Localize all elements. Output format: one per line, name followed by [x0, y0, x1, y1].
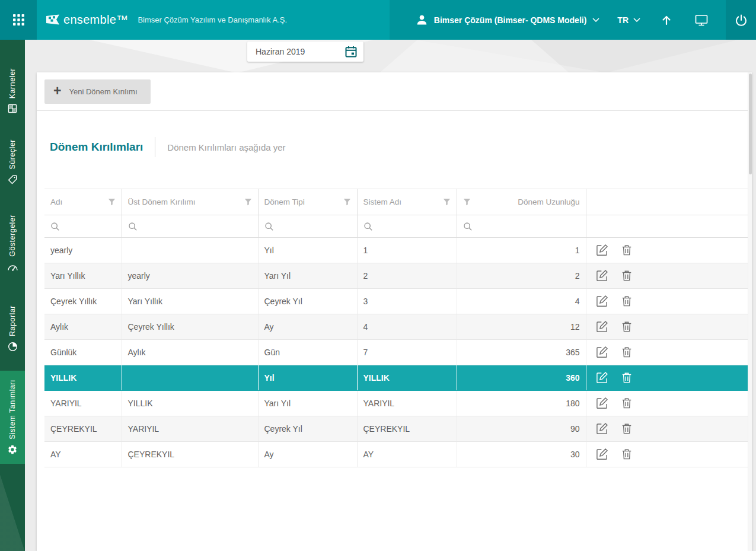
table-row[interactable]: Yarı Yıllık yearly Yarı Yıl 2 2	[44, 263, 748, 289]
trash-icon	[621, 320, 633, 333]
vertical-scrollbar[interactable]	[748, 72, 752, 551]
brand-name: ensemble™	[63, 13, 128, 27]
search-input-donem-tipi[interactable]	[279, 222, 351, 231]
filter-icon[interactable]	[108, 198, 116, 206]
sidebar-item-surecler[interactable]: Süreçler	[0, 139, 25, 184]
cell-ust-donem-kirilimi: YARIYIL	[122, 416, 258, 442]
cell-ust-donem-kirilimi: Çeyrek Yıllık	[122, 314, 258, 340]
filter-icon[interactable]	[443, 198, 451, 206]
edit-button[interactable]	[595, 268, 610, 283]
table-row[interactable]: Günlük Aylık Gün 7 365	[44, 340, 748, 365]
cell-donem-uzunlugu: 90	[457, 416, 586, 442]
table-row[interactable]: Çeyrek Yıllık Yarı Yıllık Çeyrek Yıl 3 4	[44, 289, 748, 314]
edit-button[interactable]	[595, 319, 610, 334]
column-header-sistem-adi[interactable]: Sistem Adı	[357, 189, 457, 215]
apps-menu-button[interactable]	[0, 0, 37, 40]
edit-button[interactable]	[595, 421, 610, 436]
delete-button[interactable]	[620, 370, 634, 385]
sidebar-item-raporlar[interactable]: Raporlar	[0, 305, 25, 352]
search-input-sistem-adi[interactable]	[378, 222, 451, 231]
topbar: ensemble™ Bimser Çözüm Yazılım ve Danışm…	[0, 0, 756, 40]
delete-button[interactable]	[620, 396, 634, 410]
date-picker[interactable]: Haziran 2019	[247, 42, 363, 62]
edit-button[interactable]	[595, 243, 610, 257]
trash-icon	[621, 371, 633, 384]
sidebar: Karneler Süreçler Göstergeler Raporlar	[0, 40, 25, 551]
delete-button[interactable]	[620, 345, 634, 359]
column-header-donem-uzunlugu[interactable]: Dönem Uzunluğu	[457, 189, 586, 215]
delete-button[interactable]	[620, 319, 634, 334]
search-icon	[363, 222, 373, 231]
apps-grid-icon	[13, 14, 24, 26]
language-label: TR	[617, 15, 629, 25]
table-row[interactable]: yearly Yıl 1 1	[44, 238, 748, 263]
edit-button[interactable]	[595, 396, 610, 410]
sidebar-item-label: Sistem Tanımları	[8, 380, 17, 439]
table-row[interactable]: ÇEYREKYIL YARIYIL Çeyrek Yıl ÇEYREKYIL 9…	[44, 416, 748, 442]
scrollbar-thumb[interactable]	[749, 74, 752, 174]
edit-button[interactable]	[595, 447, 610, 461]
brand[interactable]: ensemble™	[45, 12, 128, 28]
trash-icon	[621, 397, 633, 409]
calendar-icon[interactable]	[345, 46, 357, 58]
language-selector[interactable]: TR	[617, 15, 640, 25]
trash-icon	[621, 422, 633, 435]
cell-ust-donem-kirilimi: Yarı Yıllık	[122, 289, 258, 314]
sidebar-item-sistem-tanimlari[interactable]: Sistem Tanımları	[0, 371, 25, 464]
new-period-button[interactable]: + Yeni Dönem Kırılımı	[44, 79, 151, 104]
edit-icon	[596, 448, 608, 460]
column-header-adi[interactable]: Adı	[44, 189, 122, 215]
cell-donem-tipi: Çeyrek Yıl	[258, 416, 357, 442]
edit-icon	[596, 269, 608, 282]
page-subtitle: Dönem Kırılımları aşağıda yer	[167, 142, 285, 152]
chevron-down-icon	[592, 18, 599, 22]
table-row[interactable]: AY ÇEYREKYIL Ay AY 30	[44, 442, 748, 467]
column-header-actions	[586, 189, 748, 215]
search-input-adi[interactable]	[65, 222, 116, 231]
date-value: Haziran 2019	[256, 47, 345, 56]
sidebar-item-gostergeler[interactable]: Göstergeler	[0, 215, 25, 272]
search-input-donem-uzunlugu[interactable]	[477, 222, 580, 231]
edit-icon	[596, 320, 608, 333]
edit-button[interactable]	[595, 370, 610, 385]
delete-button[interactable]	[620, 421, 634, 436]
user-menu[interactable]: Bimser Çözüm (Bimser- QDMS Modeli)	[416, 14, 599, 26]
display-button[interactable]	[693, 12, 710, 28]
search-input-ust-donem[interactable]	[142, 222, 252, 231]
upload-button[interactable]	[658, 12, 675, 28]
edit-button[interactable]	[595, 345, 610, 359]
table-row[interactable]: YARIYIL YILLIK Yarı Yıl YARIYIL 180	[44, 391, 748, 416]
delete-button[interactable]	[620, 243, 634, 257]
filter-icon[interactable]	[244, 198, 252, 206]
column-header-ust-donem[interactable]: Üst Dönem Kırılımı	[122, 189, 258, 215]
cell-adi: AY	[44, 442, 122, 467]
sidebar-item-label: Göstergeler	[8, 215, 17, 257]
filter-icon[interactable]	[343, 198, 351, 206]
delete-button[interactable]	[620, 268, 634, 283]
period-table: Adı Üst Dönem Kırılımı Dönem Tipi Sistem…	[44, 189, 748, 467]
pie-chart-icon	[8, 342, 18, 352]
table-filter-row	[44, 215, 748, 238]
cell-donem-tipi: Ay	[258, 314, 357, 340]
search-icon	[128, 222, 138, 231]
cell-adi: Çeyrek Yıllık	[44, 289, 122, 314]
edit-button[interactable]	[595, 294, 610, 308]
cell-actions	[586, 442, 748, 467]
sidebar-item-karneler[interactable]: Karneler	[0, 68, 25, 113]
delete-button[interactable]	[620, 447, 634, 461]
table-row[interactable]: Aylık Çeyrek Yıllık Ay 4 12	[44, 314, 748, 340]
edit-icon	[596, 371, 608, 384]
search-icon	[463, 222, 473, 231]
cell-donem-uzunlugu: 30	[457, 442, 586, 467]
ensemble-flag-icon	[45, 12, 60, 28]
gear-icon	[7, 444, 18, 455]
title-row: Dönem Kırılımları Dönem Kırılımları aşağ…	[37, 135, 752, 160]
table-row[interactable]: YILLIK Yıl YILLIK 360	[44, 365, 748, 391]
column-header-donem-tipi[interactable]: Dönem Tipi	[258, 189, 357, 215]
cell-adi: Yarı Yıllık	[44, 263, 122, 289]
filter-icon[interactable]	[463, 198, 471, 206]
delete-button[interactable]	[620, 294, 634, 308]
power-button[interactable]	[726, 0, 756, 40]
cell-donem-tipi: Yıl	[258, 365, 357, 391]
company-name: Bimser Çözüm Yazılım ve Danışmanlık A.Ş.	[138, 15, 287, 24]
